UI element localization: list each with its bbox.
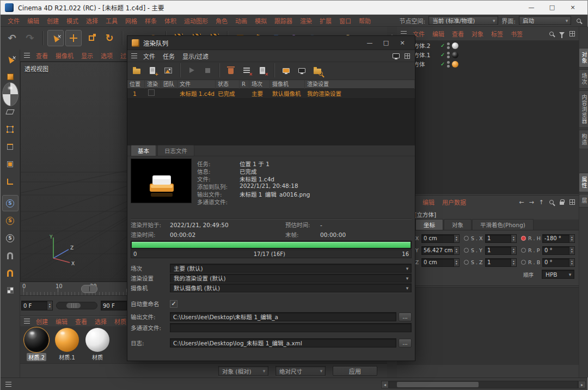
position-y-field[interactable]: 56.427 cm▴▾ <box>421 246 460 255</box>
object-manager-menu-3[interactable]: 对象 <box>468 29 487 38</box>
scroll-thumb[interactable] <box>397 382 479 387</box>
interface-select[interactable]: 启动 ▾ <box>519 16 571 25</box>
main-menu-8[interactable]: 体积 <box>161 16 180 25</box>
material-item[interactable]: 材质.1 <box>54 328 80 362</box>
material-name[interactable]: 材质.2 <box>27 353 46 361</box>
main-menu-15[interactable]: 扩展 <box>316 16 335 25</box>
undo-icon[interactable]: ↶ <box>4 30 20 46</box>
snap-3d-icon[interactable] <box>2 265 19 281</box>
scale-tool-icon[interactable] <box>83 30 100 46</box>
reveal-folder-icon[interactable] <box>310 63 324 77</box>
stepper-icon[interactable]: ▴▾ <box>454 259 459 266</box>
main-menu-17[interactable]: 帮助 <box>355 16 375 25</box>
visibility-dots-icon[interactable] <box>447 52 450 58</box>
texture-mode-icon[interactable] <box>2 86 19 102</box>
order-select[interactable]: HPB ▾ <box>542 270 574 279</box>
render-queue-menu-2[interactable]: 显示/过滤 <box>179 52 212 60</box>
keyframe-dot-active-icon[interactable] <box>521 236 526 241</box>
scale-x-field[interactable]: 1▴▾ <box>485 234 517 243</box>
log-browse-button[interactable]: ... <box>399 339 412 348</box>
main-menu-4[interactable]: 选择 <box>82 16 102 25</box>
polygon-mode-icon[interactable] <box>2 156 19 172</box>
main-menu-13[interactable]: 跟踪器 <box>271 16 296 25</box>
object-manager-menu-1[interactable]: 编辑 <box>428 29 448 38</box>
minimize-button[interactable]: — <box>362 36 378 50</box>
stepper-icon[interactable]: ▴▾ <box>511 259 516 266</box>
redo-icon[interactable]: ↷ <box>22 30 38 46</box>
enabled-check-icon[interactable]: ✓ <box>440 42 445 48</box>
add-job-icon[interactable]: + <box>145 63 160 77</box>
search-icon[interactable] <box>574 16 583 25</box>
point-mode-icon[interactable] <box>2 121 19 137</box>
maximize-button[interactable]: □ <box>542 1 562 15</box>
scroll-left-icon[interactable]: ◂ <box>381 381 389 388</box>
hamburger-menu-icon[interactable] <box>22 51 31 60</box>
frame-range-bar[interactable]: 0 17/17 (16F) 16 <box>131 249 412 258</box>
dock-tab-attributes[interactable]: 属性 <box>579 173 588 192</box>
material-name[interactable]: 材质.1 <box>57 353 77 361</box>
position-z-field[interactable]: 0 cm▴▾ <box>421 258 460 267</box>
object-manager-menu-5[interactable]: 书签 <box>507 29 526 38</box>
remove-job-icon[interactable] <box>224 63 238 77</box>
material-tag-icon[interactable] <box>452 52 458 58</box>
keyframe-dot-icon[interactable] <box>521 260 526 265</box>
render-checkbox[interactable] <box>148 89 155 96</box>
timeline-scrollbar[interactable] <box>56 302 97 309</box>
tab-log[interactable]: 日志文件 <box>157 145 194 156</box>
apply-button[interactable]: 应用 <box>333 366 377 376</box>
stepper-icon[interactable]: ▴▾ <box>569 235 574 242</box>
material-menu-1[interactable]: 编辑 <box>52 317 71 326</box>
scale-z-field[interactable]: 1▴▾ <box>485 258 517 267</box>
rotation-h-field[interactable]: -180 °▴▾ <box>542 234 575 243</box>
tab-basic[interactable]: 基本 <box>131 145 156 156</box>
main-menu-12[interactable]: 模拟 <box>251 16 271 25</box>
close-button[interactable]: × <box>394 36 411 50</box>
main-menu-11[interactable]: 动画 <box>231 16 251 25</box>
viewport-menu-3[interactable]: 选项 <box>97 51 117 60</box>
horizontal-scrollbar[interactable]: ◂ ▸ <box>381 381 586 388</box>
scroll-right-icon[interactable]: ▸ <box>578 381 586 388</box>
snap-icon[interactable] <box>2 247 19 264</box>
main-menu-3[interactable]: 模式 <box>63 16 82 25</box>
auto-rename-checkbox[interactable]: ✓ <box>170 300 177 308</box>
object-mode-select[interactable]: 对象 (相对) ▾ <box>218 366 268 376</box>
hamburger-menu-icon[interactable] <box>22 317 31 326</box>
search-icon[interactable] <box>547 198 556 206</box>
rotate-tool-icon[interactable]: ↻ <box>101 30 118 46</box>
filter-icon[interactable] <box>558 29 566 38</box>
rotation-p-field[interactable]: 0 °▴▾ <box>542 246 575 255</box>
viewport-menu-2[interactable]: 显示 <box>77 51 97 60</box>
output-path-input[interactable]: C:\Users\lee\Desktop\未标题 1_编辑_a <box>170 312 396 321</box>
stepper-icon[interactable]: ▴▾ <box>511 235 516 242</box>
attribute-menu-2[interactable]: 用户数据 <box>438 198 470 206</box>
main-menu-16[interactable]: 窗口 <box>335 16 355 25</box>
material-name[interactable]: 材质 <box>90 353 105 361</box>
main-menu-7[interactable]: 样条 <box>141 16 161 25</box>
material-item[interactable]: 材质.2 <box>23 328 50 362</box>
layout-icon[interactable] <box>568 198 577 206</box>
render-setting-select[interactable]: 我的渲染设置 (默认) ▾ <box>170 273 412 283</box>
solo-hierarchy-icon[interactable]: S <box>2 230 19 246</box>
stepper-icon[interactable]: ▴▾ <box>454 247 459 254</box>
tab-object[interactable]: 对象 <box>444 219 471 230</box>
workplane-snap-icon[interactable] <box>2 282 19 298</box>
tab-phong[interactable]: 平滑着色(Phong) <box>472 219 534 230</box>
object-row[interactable]: 立方体.2 ✓ <box>397 41 579 50</box>
workplane-mode-icon[interactable] <box>2 103 19 120</box>
material-preview-sphere[interactable] <box>24 328 48 352</box>
stepper-icon[interactable]: ▴▾ <box>569 247 574 254</box>
main-menu-6[interactable]: 网格 <box>121 16 141 25</box>
stepper-icon[interactable]: ▴▾ <box>511 247 516 254</box>
dock-tab-structure[interactable]: 构造 <box>579 130 588 149</box>
viewport-menu-1[interactable]: 摄像机 <box>52 51 77 60</box>
log-path-input[interactable]: C:\Users\lee\Desktop\log_未标题 1_编辑_a.xml <box>170 338 396 348</box>
visibility-dots-icon[interactable] <box>447 61 450 68</box>
main-menu-10[interactable]: 角色 <box>212 16 231 25</box>
queue-table-row[interactable]: 1 未标题 1.c4d 已完成 主要 默认摄像机 我的渲染设置 <box>127 89 415 99</box>
open-image-icon[interactable] <box>161 63 175 77</box>
up-icon[interactable]: ↑ <box>537 199 546 206</box>
material-preview-sphere[interactable] <box>55 328 79 352</box>
material-tag-icon[interactable] <box>452 42 458 49</box>
keyframe-dot-icon[interactable] <box>521 248 526 253</box>
hamburger-menu-icon[interactable] <box>4 380 13 389</box>
